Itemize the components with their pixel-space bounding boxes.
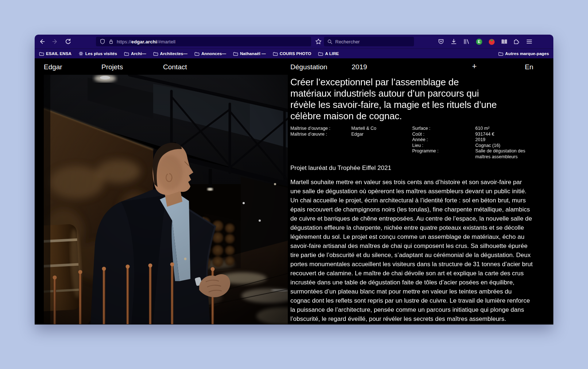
meta-label: Maîtrise d’œuvre : — [290, 132, 351, 137]
meta-value: 931744 € — [475, 132, 532, 137]
gear-icon — [78, 51, 84, 56]
bookmark-folder-archi[interactable]: Archi— — [124, 51, 146, 56]
award-line: Projet lauréat du Trophée Eiffel 2021 — [290, 164, 533, 172]
bookmark-folder-a-lire[interactable]: A LIRE — [318, 51, 339, 56]
heading-line: célèbre maison de cognac. — [290, 110, 533, 122]
heading-line: révèle les savoir-faire, la magie et les… — [290, 99, 533, 110]
meta-value: 2019 — [475, 137, 532, 143]
downloads-button[interactable] — [450, 38, 457, 45]
nav-projets[interactable]: Projets — [101, 63, 123, 71]
extension-e-badge-icon: E — [476, 38, 483, 45]
browser-window: https://edgar.archi/#martell Rechercher — [35, 35, 553, 325]
open-book-icon — [501, 39, 508, 45]
project-meta: Maîtrise d’ouvrage : Martell & Co Maîtri… — [290, 126, 533, 160]
meta-label: Maîtrise d’ouvrage : — [290, 126, 351, 132]
meta-column-left: Maîtrise d’ouvrage : Martell & Co Maîtri… — [290, 126, 412, 160]
bookmark-label: Archi— — [131, 51, 146, 56]
bookmark-most-visited[interactable]: Les plus visités — [78, 51, 117, 56]
folder-icon — [498, 51, 503, 56]
pocket-icon — [438, 38, 444, 45]
project-photo-illustration — [44, 75, 288, 324]
extension-e-button[interactable]: E — [475, 38, 483, 45]
url-scheme: https:// — [117, 39, 131, 44]
folder-icon — [318, 51, 323, 56]
meta-value: 610 m² — [475, 126, 532, 132]
folder-icon — [194, 51, 200, 56]
folder-icon — [153, 51, 158, 56]
reader-extension-button[interactable] — [500, 38, 508, 45]
reload-icon — [65, 38, 71, 45]
reload-button[interactable] — [65, 38, 72, 45]
meta-label: Surface : — [412, 126, 475, 132]
download-icon — [450, 38, 457, 45]
url-bar[interactable]: https://edgar.archi/#martell — [96, 37, 311, 46]
folder-icon — [233, 51, 238, 56]
lock-icon — [108, 39, 114, 44]
star-icon — [315, 38, 322, 45]
bookmark-label: A LIRE — [325, 51, 339, 56]
project-heading: Créer l’exceptionnel par l’assemblage de… — [290, 77, 533, 122]
hamburger-menu-icon — [526, 38, 533, 45]
bookmark-star-button[interactable] — [315, 38, 322, 45]
meta-value: Salle de dégustation des maîtres assembl… — [475, 148, 532, 160]
project-description: Martell souhaite mettre en valeur ses tr… — [290, 178, 533, 323]
expand-button[interactable]: + — [472, 62, 477, 70]
meta-value: Martell & Co — [351, 126, 408, 132]
search-bar[interactable]: Rechercher — [324, 37, 414, 46]
back-arrow-icon — [39, 38, 45, 45]
site-logo[interactable]: Edgar — [44, 63, 62, 71]
project-content: Créer l’exceptionnel par l’assemblage de… — [290, 75, 533, 323]
tracking-shield-icon — [100, 39, 105, 44]
meta-label: Programme : — [412, 148, 475, 160]
heading-line: Créer l’exceptionnel par l’assemblage de — [290, 77, 533, 88]
bookmark-folder-architectes[interactable]: Architectes— — [153, 51, 187, 56]
folder-icon — [273, 51, 278, 56]
folder-icon — [39, 51, 44, 56]
bookmark-folder-annonces[interactable]: Annonces— — [194, 51, 226, 56]
search-placeholder: Rechercher — [335, 39, 360, 44]
meta-column-right: Surface : 610 m² Coût : 931744 € Année :… — [412, 126, 533, 160]
heading-line: matériaux industriels autour d’un parcou… — [290, 88, 533, 99]
meta-value: Edgar — [351, 132, 408, 137]
puzzle-piece-icon — [513, 38, 520, 45]
bookmark-folder-nathanael[interactable]: Nathanaël — — [233, 51, 266, 56]
forward-button[interactable] — [51, 38, 59, 45]
other-bookmarks-folder[interactable]: Autres marque-pages — [498, 51, 549, 56]
library-icon — [463, 38, 469, 45]
project-year: 2019 — [352, 63, 367, 71]
meta-value: Cognac (16) — [475, 143, 532, 149]
tomato-icon — [488, 38, 495, 45]
meta-label: Année : — [412, 137, 475, 143]
bookmarks-bar: ESAIL ENSA Les plus visités Archi— Archi… — [35, 48, 553, 58]
bookmark-folder-esail-ensa[interactable]: ESAIL ENSA — [39, 51, 71, 56]
folder-icon — [124, 51, 129, 56]
bookmark-label: COURS PHOTO — [280, 51, 312, 56]
url-text: https://edgar.archi/#martell — [117, 39, 175, 44]
language-toggle[interactable]: En — [525, 63, 533, 71]
forward-arrow-icon — [52, 38, 58, 45]
extensions-button[interactable] — [513, 38, 520, 45]
bookmark-label: Annonces— — [201, 51, 226, 56]
project-title: Dégustation — [290, 63, 327, 71]
pocket-button[interactable] — [437, 38, 445, 45]
back-button[interactable] — [38, 38, 46, 45]
meta-label: Lieu : — [412, 143, 475, 149]
menu-button[interactable] — [526, 38, 533, 45]
bookmark-label: Architectes— — [160, 51, 187, 56]
url-domain: edgar.archi — [131, 39, 157, 44]
tomato-extension-button[interactable] — [488, 38, 495, 45]
meta-label: Coût : — [412, 132, 475, 137]
bookmark-label: ESAIL ENSA — [46, 51, 71, 56]
svg-text:E: E — [477, 39, 480, 44]
url-path: /#martell — [157, 39, 175, 44]
project-photo — [44, 75, 288, 324]
search-icon — [327, 39, 333, 44]
browser-toolbar: https://edgar.archi/#martell Rechercher — [35, 35, 553, 48]
bookmark-label: Les plus visités — [85, 51, 117, 56]
library-button[interactable] — [463, 38, 470, 45]
bookmark-label: Nathanaël — — [240, 51, 266, 56]
bookmark-label: Autres marque-pages — [505, 51, 549, 56]
bookmark-folder-cours-photo[interactable]: COURS PHOTO — [273, 51, 312, 56]
webpage: Edgar Projets Contact Dégustation 2019 +… — [35, 58, 553, 325]
nav-contact[interactable]: Contact — [163, 63, 187, 71]
